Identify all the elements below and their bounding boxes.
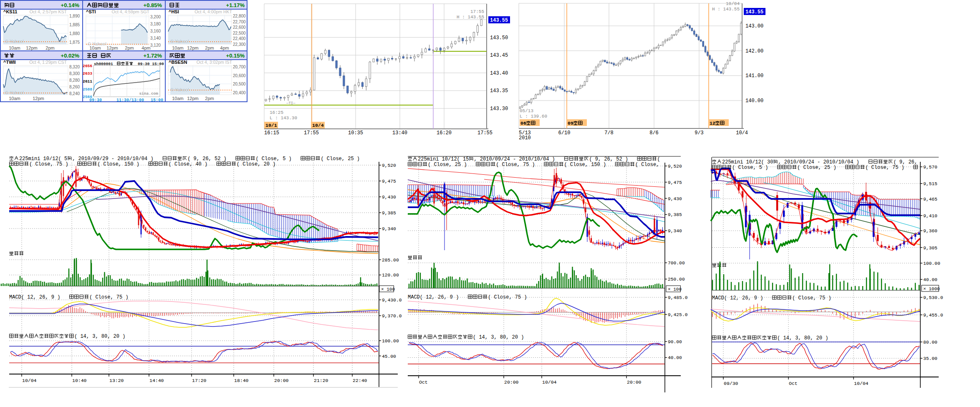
svg-text:40.00: 40.00 (668, 355, 682, 360)
svg-text:9,485.0: 9,485.0 (668, 295, 688, 300)
svg-text:( 9, 26,: ( 9, 26, (893, 159, 917, 165)
svg-text:, 2010/09/29 - 2010/10/04 ): , 2010/09/29 - 2010/10/04 ) (72, 156, 153, 162)
svg-text:( Close,: ( Close, (635, 162, 659, 168)
svg-text:9,475: 9,475 (382, 179, 396, 184)
svg-text:9,385: 9,385 (382, 211, 396, 216)
svg-text:10:40: 10:40 (72, 378, 87, 383)
svg-text:9,340: 9,340 (668, 229, 682, 234)
svg-text:20:00: 20:00 (274, 378, 289, 383)
svg-text:9,515: 9,515 (923, 181, 937, 186)
svg-text:21:20: 21:20 (314, 378, 328, 383)
svg-text:( Close, 25 ): ( Close, 25 ) (797, 165, 836, 171)
svg-text:, 2010/09/24 - 2010/10/04 ): , 2010/09/24 - 2010/10/04 ) (474, 156, 555, 162)
svg-text:9,430: 9,430 (382, 195, 396, 200)
svg-text:( 14, 3, 80, 20 ): ( 14, 3, 80, 20 ) (473, 334, 524, 340)
svg-text:( Close, 150 ): ( Close, 150 ) (564, 162, 606, 168)
svg-text:Oct: Oct (419, 379, 428, 385)
svg-text:( 9, 26, 52 ): ( 9, 26, 52 ) (589, 156, 628, 162)
svg-text:( Close, 75 ): ( Close, 75 ) (29, 161, 68, 167)
svg-text:225mini 10/12( 30: 225mini 10/12( 30 (722, 159, 773, 165)
svg-text:10/04: 10/04 (22, 378, 37, 383)
svg-text:20:00: 20:00 (627, 379, 642, 385)
svg-text:( Close, 75 ): ( Close, 75 ) (792, 295, 831, 301)
svg-text:(: ( (657, 156, 660, 162)
svg-text:× 100: × 100 (668, 287, 682, 292)
svg-text:( Close, 150 ): ( Close, 150 ) (97, 161, 139, 167)
svg-text:100.00: 100.00 (382, 339, 399, 344)
svg-text:× 100: × 100 (381, 287, 395, 292)
svg-text:( Close, 75 ): ( Close, 75 ) (89, 294, 129, 300)
svg-text:( Close, 20 ): ( Close, 20 ) (237, 161, 276, 167)
svg-text:35.00: 35.00 (923, 356, 937, 361)
svg-text:14:40: 14:40 (149, 378, 164, 383)
svg-text:20:00: 20:00 (504, 379, 519, 385)
svg-text:9,340: 9,340 (382, 226, 396, 231)
svg-text:( Close, 25 ): ( Close, 25 ) (428, 162, 467, 168)
svg-text:10/04: 10/04 (854, 381, 869, 386)
svg-text:250.00: 250.00 (668, 277, 685, 282)
svg-text:( 9, 26, 52 ): ( 9, 26, 52 ) (187, 156, 227, 162)
svg-text:9,385: 9,385 (668, 212, 682, 217)
svg-text:( Close, 40 ): ( Close, 40 ) (169, 161, 208, 167)
svg-text:9,520: 9,520 (668, 164, 682, 169)
svg-text:9,530.0: 9,530.0 (923, 295, 943, 300)
svg-text:225mini 10/12( 5: 225mini 10/12( 5 (19, 156, 67, 162)
svg-text:MACD( 12, 26, 9 ): MACD( 12, 26, 9 ) (712, 295, 763, 301)
svg-text:( Close, 25 ): ( Close, 25 ) (321, 156, 360, 162)
svg-text:18:40: 18:40 (234, 378, 249, 383)
svg-text:× 1000: × 1000 (923, 286, 940, 291)
svg-text:700.00: 700.00 (668, 261, 685, 266)
svg-text:120.00: 120.00 (382, 273, 399, 278)
svg-text:225mini 10/12( 15: 225mini 10/12( 15 (418, 156, 469, 162)
svg-text:285.00: 285.00 (382, 258, 399, 263)
svg-text:9,520: 9,520 (382, 163, 396, 168)
svg-text:9,370.0: 9,370.0 (382, 314, 402, 319)
svg-text:09/30: 09/30 (724, 381, 738, 386)
svg-text:MACD( 12, 26, 9 ): MACD( 12, 26, 9 ) (9, 294, 60, 300)
svg-text:9,425.0: 9,425.0 (668, 312, 688, 317)
svg-text:40.00: 40.00 (923, 277, 937, 282)
svg-text:90.00: 90.00 (668, 339, 682, 344)
svg-text:9,430: 9,430 (668, 196, 682, 201)
svg-text:9,410: 9,410 (923, 214, 937, 219)
svg-text:13:20: 13:20 (109, 378, 124, 383)
svg-text:45.00: 45.00 (382, 354, 396, 359)
svg-text:( 14, 3, 80, 20 ): ( 14, 3, 80, 20 ) (74, 334, 125, 339)
svg-text:Oct: Oct (789, 381, 798, 386)
svg-text:22:40: 22:40 (353, 378, 367, 383)
svg-text:9,465: 9,465 (923, 197, 937, 202)
svg-text:, 2010/09/24 - 2010/10/04 ): , 2010/09/24 - 2010/10/04 ) (778, 159, 859, 165)
svg-text:9,305: 9,305 (923, 246, 937, 251)
svg-text:( 14, 3, 80, 20 ): ( 14, 3, 80, 20 ) (777, 335, 828, 341)
svg-text:9,430.0: 9,430.0 (382, 298, 402, 303)
svg-text:80.00: 80.00 (923, 340, 937, 345)
svg-text:17:20: 17:20 (192, 378, 207, 383)
svg-text:( Close, 75 ): ( Close, 75 ) (496, 162, 535, 168)
svg-text:9,360: 9,360 (923, 229, 937, 234)
svg-text:9,475: 9,475 (668, 180, 682, 185)
svg-text:9,455.0: 9,455.0 (923, 313, 943, 318)
svg-text:10/04: 10/04 (542, 379, 557, 385)
svg-text:100.00: 100.00 (923, 261, 940, 266)
svg-text:( Close, 5 ): ( Close, 5 ) (732, 165, 768, 171)
svg-text:9,570: 9,570 (923, 165, 937, 170)
svg-text:( Close, 75 ): ( Close, 75 ) (865, 165, 904, 171)
svg-text:( Close, 5 ): ( Close, 5 ) (255, 156, 291, 162)
